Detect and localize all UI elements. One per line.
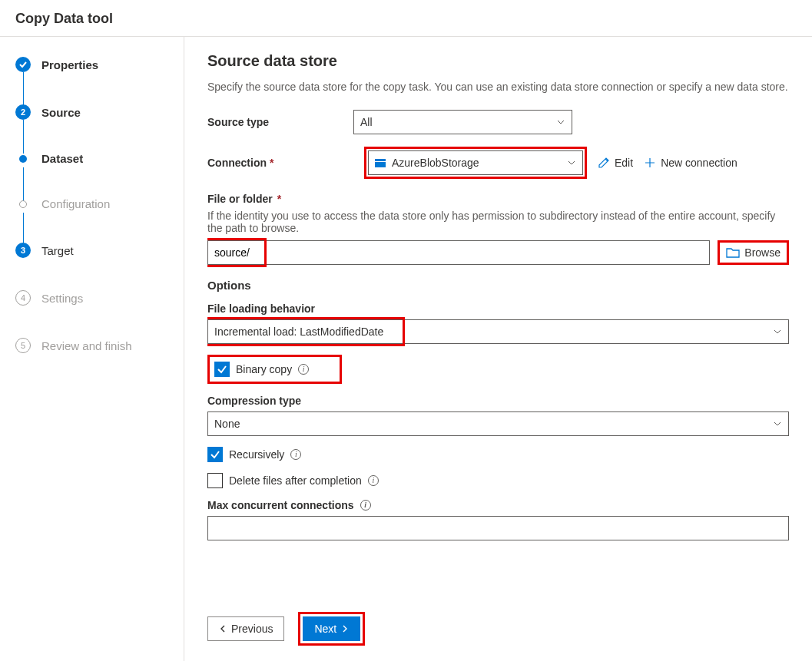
info-icon[interactable]: i: [298, 364, 309, 375]
pencil-icon: [598, 157, 610, 169]
substep-dataset[interactable]: Dataset: [15, 147, 184, 170]
info-icon[interactable]: i: [368, 475, 379, 486]
label-connection: Connection: [207, 157, 353, 169]
row-delete-after: Delete files after completion i: [207, 473, 789, 488]
label-max-conn: Max concurrent connections i: [207, 499, 789, 511]
edit-connection-button[interactable]: Edit: [598, 157, 633, 169]
previous-label: Previous: [231, 623, 273, 635]
select-file-loading[interactable]: Incremental load: LastModifiedDate: [207, 319, 789, 344]
plus-icon: [644, 157, 656, 169]
step-target[interactable]: 3 Target: [15, 238, 184, 263]
page-header: Copy Data tool: [0, 0, 812, 37]
step-number-icon: 3: [15, 243, 31, 258]
row-file-or-folder: Browse: [207, 240, 789, 265]
chevron-down-icon: [567, 158, 576, 167]
row-source-type: Source type All: [207, 110, 789, 134]
main-panel: Source data store Specify the source dat…: [184, 37, 812, 661]
step-number-icon: 4: [15, 290, 31, 306]
next-label: Next: [314, 623, 336, 635]
helper-file-or-folder: If the identity you use to access the da…: [207, 210, 789, 234]
step-label: Dataset: [41, 152, 83, 165]
folder-icon: [726, 246, 740, 259]
highlight-next: Next: [298, 612, 365, 646]
new-connection-label: New connection: [661, 157, 737, 169]
select-value: AzureBlobStorage: [392, 157, 479, 169]
chevron-down-icon: [773, 327, 782, 336]
substep-dot-icon: [19, 200, 27, 208]
row-recursively: Recursively i: [207, 447, 789, 462]
step-source[interactable]: 2 Source: [15, 100, 184, 124]
substep-dot-icon: [19, 155, 27, 163]
label-source-type: Source type: [207, 116, 353, 128]
chevron-down-icon: [773, 419, 782, 428]
step-label: Target: [41, 244, 74, 257]
storage-icon: [375, 159, 386, 167]
step-settings[interactable]: 4 Settings: [15, 286, 184, 310]
next-button[interactable]: Next: [303, 616, 360, 641]
label-file-or-folder: File or folder: [207, 193, 789, 205]
highlight-binary-copy: Binary copy i: [207, 355, 342, 384]
select-compression[interactable]: None: [207, 411, 789, 436]
label-recursively: Recursively: [229, 448, 284, 461]
step-review[interactable]: 5 Review and finish: [15, 333, 184, 358]
chevron-down-icon: [556, 117, 565, 127]
info-icon[interactable]: i: [360, 500, 371, 511]
checkbox-recursively[interactable]: [207, 447, 223, 462]
row-connection: Connection AzureBlobStorage Edit: [207, 147, 789, 179]
header-title: Copy Data tool: [15, 11, 113, 26]
browse-button[interactable]: Browse: [721, 244, 785, 261]
label-compression: Compression type: [207, 395, 789, 407]
check-icon: [15, 57, 31, 72]
label-file-loading: File loading behavior: [207, 302, 789, 315]
step-label: Properties: [41, 58, 98, 71]
step-label: Source: [41, 106, 81, 119]
options-title: Options: [207, 279, 789, 292]
new-connection-button[interactable]: New connection: [644, 157, 737, 169]
page-description: Specify the source data store for the co…: [207, 81, 789, 93]
edit-label: Edit: [615, 157, 633, 169]
step-number-icon: 2: [15, 104, 31, 120]
select-value: All: [360, 116, 373, 128]
label-delete-after: Delete files after completion: [229, 474, 362, 487]
label-binary-copy: Binary copy: [236, 363, 292, 375]
select-value: None: [214, 418, 240, 430]
checkbox-binary-copy[interactable]: [214, 362, 230, 377]
step-label: Configuration: [41, 197, 110, 210]
wizard-footer: Previous Next: [207, 601, 789, 653]
step-properties[interactable]: Properties: [15, 52, 184, 77]
browse-label: Browse: [744, 246, 781, 259]
previous-button[interactable]: Previous: [207, 616, 284, 641]
step-label: Settings: [41, 292, 83, 305]
select-source-type[interactable]: All: [353, 110, 572, 134]
highlight-connection: AzureBlobStorage: [364, 147, 587, 179]
highlight-browse: Browse: [718, 240, 789, 265]
wizard-sidebar: Properties 2 Source Dataset Configuratio…: [0, 37, 184, 661]
info-icon[interactable]: i: [290, 449, 301, 460]
select-value: Incremental load: LastModifiedDate: [214, 326, 383, 338]
checkbox-delete-after[interactable]: [207, 473, 223, 488]
step-label: Review and finish: [41, 339, 132, 352]
substep-configuration[interactable]: Configuration: [15, 193, 184, 215]
input-max-conn[interactable]: [207, 516, 789, 540]
page-title: Source data store: [207, 52, 789, 70]
select-connection[interactable]: AzureBlobStorage: [368, 150, 583, 175]
step-number-icon: 5: [15, 338, 31, 353]
input-file-or-folder[interactable]: [207, 240, 710, 265]
